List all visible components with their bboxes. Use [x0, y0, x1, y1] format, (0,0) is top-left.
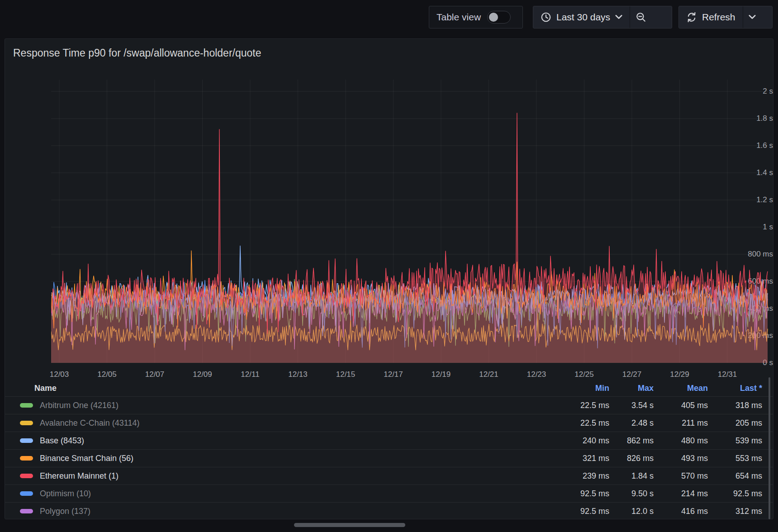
legend-row[interactable]: Polygon (137) 92.5 ms 12.0 s 416 ms 312 … — [5, 502, 773, 520]
legend-series-name: Polygon (137) — [40, 507, 90, 516]
legend-col-max[interactable]: Max — [609, 384, 654, 393]
x-axis-tick-label: 12/19 — [422, 370, 460, 380]
x-axis-tick-label: 12/03 — [40, 370, 78, 380]
legend-col-name[interactable]: Name — [20, 384, 555, 393]
legend-value-min: 240 ms — [555, 436, 609, 446]
legend-value-mean: 493 ms — [654, 454, 708, 463]
x-axis-tick-label: 12/31 — [708, 370, 746, 380]
legend-series-marker — [20, 456, 33, 461]
legend-value-mean: 416 ms — [654, 507, 708, 516]
legend-value-mean: 570 ms — [654, 471, 708, 481]
refresh-group: Refresh — [678, 6, 773, 28]
x-axis-tick-label: 12/23 — [517, 370, 555, 380]
legend-scrollbar[interactable] — [769, 377, 770, 519]
x-axis-tick-label: 12/17 — [375, 370, 413, 380]
clock-icon — [541, 12, 551, 23]
legend-value-last: 92.5 ms — [708, 489, 762, 499]
legend-value-max: 862 ms — [609, 436, 654, 446]
refresh-icon — [686, 12, 697, 22]
legend-series-marker — [20, 403, 33, 408]
horizontal-scrollbar[interactable] — [294, 523, 405, 527]
legend-series-marker — [20, 474, 33, 478]
legend-value-last: 553 ms — [708, 454, 762, 463]
legend-value-last: 654 ms — [708, 471, 762, 481]
x-axis-tick-label: 12/25 — [565, 370, 603, 380]
x-axis-tick-label: 12/15 — [327, 370, 365, 380]
legend-series-name: Base (8453) — [40, 436, 84, 446]
x-axis-tick-label: 12/21 — [470, 370, 508, 380]
legend-value-last: 205 ms — [708, 418, 762, 428]
legend-series-marker — [20, 491, 33, 496]
legend-series-marker — [20, 438, 33, 443]
legend-series-marker — [20, 509, 33, 513]
series-fill — [51, 113, 768, 363]
legend-value-min: 22.5 ms — [555, 401, 609, 410]
time-range-label: Last 30 days — [556, 12, 610, 23]
legend-row[interactable]: Binance Smart Chain (56) 321 ms 826 ms 4… — [5, 449, 773, 467]
x-axis-tick-label: 12/27 — [613, 370, 651, 380]
legend-col-last[interactable]: Last * — [708, 384, 762, 393]
legend-value-mean: 480 ms — [654, 436, 708, 446]
legend-value-max: 3.54 s — [609, 401, 654, 410]
legend-value-min: 92.5 ms — [555, 507, 609, 516]
chevron-down-icon — [615, 15, 622, 19]
x-axis-tick-label: 12/29 — [661, 370, 699, 380]
refresh-button[interactable]: Refresh — [679, 6, 743, 28]
legend-col-min[interactable]: Min — [555, 384, 609, 393]
legend-value-mean: 211 ms — [654, 418, 708, 428]
legend-row[interactable]: Optimism (10) 92.5 ms 9.50 s 214 ms 92.5… — [5, 484, 773, 502]
table-view-toggle[interactable] — [487, 11, 511, 24]
legend-value-min: 321 ms — [555, 454, 609, 463]
legend-row[interactable]: Arbitrum One (42161) 22.5 ms 3.54 s 405 … — [5, 396, 773, 414]
legend-row[interactable]: Ethereum Mainnet (1) 239 ms 1.84 s 570 m… — [5, 467, 773, 484]
legend-row[interactable]: Base (8453) 240 ms 862 ms 480 ms 539 ms — [5, 432, 773, 449]
table-view-label: Table view — [436, 12, 481, 23]
zoom-out-button[interactable] — [630, 6, 652, 28]
legend-value-min: 22.5 ms — [555, 418, 609, 428]
legend-series-name: Optimism (10) — [40, 489, 91, 499]
toggle-knob — [489, 13, 498, 22]
x-axis-tick-label: 12/05 — [88, 370, 126, 380]
chart-plot[interactable] — [51, 77, 768, 367]
panel-title[interactable]: Response Time p90 for /swap/allowance-ho… — [13, 47, 261, 59]
x-axis-tick-label: 12/09 — [184, 370, 222, 380]
legend-value-mean: 214 ms — [654, 489, 708, 499]
legend-row[interactable]: Avalanche C-Chain (43114) 22.5 ms 2.48 s… — [5, 414, 773, 432]
legend-value-mean: 405 ms — [654, 401, 708, 410]
table-view-control: Table view — [429, 6, 523, 28]
legend-col-mean[interactable]: Mean — [654, 384, 708, 393]
timeseries-panel: Response Time p90 for /swap/allowance-ho… — [5, 38, 773, 519]
legend-series-name: Ethereum Mainnet (1) — [40, 471, 119, 481]
legend-value-max: 12.0 s — [609, 507, 654, 516]
x-axis-tick-label: 12/11 — [231, 370, 269, 380]
x-axis-tick-label: 12/13 — [279, 370, 317, 380]
legend-series-name: Binance Smart Chain (56) — [40, 454, 133, 463]
legend-value-last: 312 ms — [708, 507, 762, 516]
legend-value-max: 1.84 s — [609, 471, 654, 481]
legend-value-max: 2.48 s — [609, 418, 654, 428]
legend-value-min: 239 ms — [555, 471, 609, 481]
toolbar: Table view Last 30 days — [0, 0, 778, 38]
chevron-down-icon — [749, 15, 756, 19]
legend-series-name: Arbitrum One (42161) — [40, 401, 119, 410]
legend-value-last: 318 ms — [708, 401, 762, 410]
legend-value-max: 826 ms — [609, 454, 654, 463]
time-range-group: Last 30 days — [533, 6, 672, 28]
legend-series-marker — [20, 421, 33, 425]
zoom-out-icon — [636, 12, 646, 23]
refresh-label: Refresh — [702, 12, 735, 23]
time-range-picker[interactable]: Last 30 days — [533, 6, 630, 28]
legend-value-max: 9.50 s — [609, 489, 654, 499]
legend-series-name: Avalanche C-Chain (43114) — [40, 418, 139, 428]
legend-value-min: 92.5 ms — [555, 489, 609, 499]
legend-value-last: 539 ms — [708, 436, 762, 446]
refresh-interval-dropdown[interactable] — [743, 6, 761, 28]
legend-header: Name Min Max Mean Last * — [5, 380, 773, 396]
x-axis-tick-label: 12/07 — [136, 370, 174, 380]
legend-table: Name Min Max Mean Last * Arbitrum One (4… — [5, 380, 773, 520]
